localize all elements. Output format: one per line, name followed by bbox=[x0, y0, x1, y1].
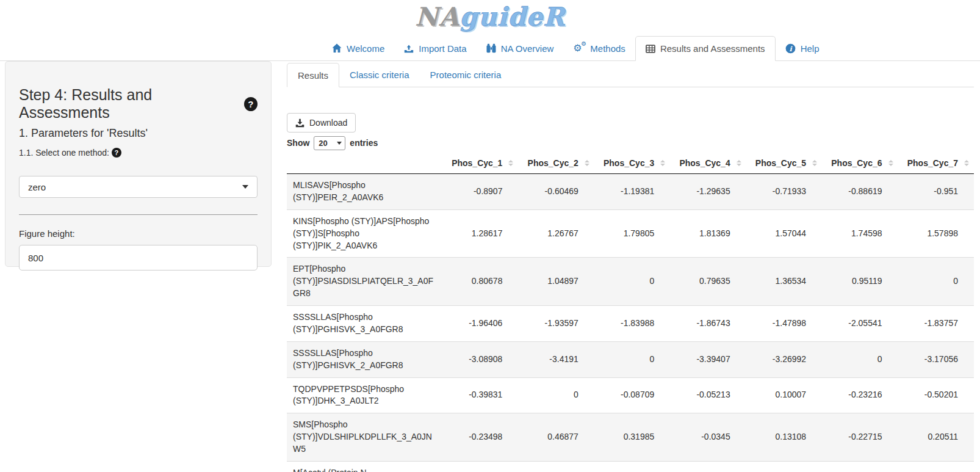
table-row: M[Acetyl (Protein N-term)]NPVYSPGSSGVPY[… bbox=[287, 461, 974, 472]
value-cell: 1.57898 bbox=[898, 209, 974, 258]
nav-item-methods[interactable]: ⚙⚙ Methods bbox=[563, 36, 635, 60]
value-cell: -1.29635 bbox=[670, 174, 746, 210]
results-tabset: Results Classic criteria Proteomic crite… bbox=[287, 63, 974, 87]
column-header[interactable]: Phos_Cyc_2 bbox=[518, 153, 594, 174]
nav-item-label: Methods bbox=[590, 43, 625, 54]
value-cell: 1.26767 bbox=[518, 209, 594, 258]
row-name-cell: TQDPVPPETPSDS[Phospho (STY)]DHK_3_A0JLT2 bbox=[287, 377, 442, 413]
value-cell: -0.50201 bbox=[898, 377, 974, 413]
value-cell: -0.23498 bbox=[442, 413, 518, 462]
nav-item-help[interactable]: i Help bbox=[776, 36, 829, 60]
value-cell: -1.96563 bbox=[746, 461, 822, 472]
value-cell: 1.74598 bbox=[822, 209, 898, 258]
nav-item-results-and-assessments[interactable]: Results and Assessments bbox=[635, 36, 776, 61]
value-cell: -1.87464 bbox=[442, 461, 518, 472]
value-cell: -0.39831 bbox=[442, 377, 518, 413]
row-name-cell: SSSSLLAS[Phospho (STY)]PGHISVK_3_A0FGR8 bbox=[287, 306, 442, 342]
value-cell: -3.08908 bbox=[442, 341, 518, 377]
value-cell: -1.47898 bbox=[746, 306, 822, 342]
figure-height-label: Figure height: bbox=[19, 228, 258, 239]
tab-proteomic-criteria[interactable]: Proteomic criteria bbox=[420, 63, 512, 87]
nav-item-import-data[interactable]: Import Data bbox=[394, 36, 476, 60]
info-icon: i bbox=[785, 43, 796, 54]
sort-icon bbox=[812, 160, 817, 166]
nav-item-na-overview[interactable]: NA Overview bbox=[477, 36, 564, 60]
entries-label: entries bbox=[350, 138, 378, 148]
table-row: MLISAVS[Phospho (STY)]PEIR_2_A0AVK6 -0.8… bbox=[287, 174, 974, 210]
column-header[interactable]: Phos_Cyc_6 bbox=[822, 153, 898, 174]
results-table: Phos_Cyc_1 Phos_Cyc_2 Phos_Cyc_3 Phos_Cy… bbox=[287, 153, 974, 472]
step-title: Step 4: Results and Assessments ? bbox=[19, 86, 258, 122]
value-cell: 0.31985 bbox=[594, 413, 670, 462]
table-row: KINS[Phospho (STY)]APS[Phospho (STY)]S[P… bbox=[287, 209, 974, 258]
column-header[interactable]: Phos_Cyc_1 bbox=[442, 153, 518, 174]
nav-item-label: Help bbox=[801, 43, 820, 54]
row-name-cell: M[Acetyl (Protein N-term)]NPVYSPGSSGVPY[… bbox=[287, 461, 442, 472]
value-cell: 1.81369 bbox=[670, 209, 746, 258]
rowname-column-header[interactable] bbox=[287, 153, 442, 174]
show-label: Show bbox=[287, 138, 309, 148]
sort-icon bbox=[737, 160, 741, 166]
value-cell: 0 bbox=[594, 258, 670, 306]
value-cell: -3.4191 bbox=[518, 341, 594, 377]
value-cell: -1.30774 bbox=[670, 461, 746, 472]
sort-icon bbox=[585, 160, 589, 166]
value-cell: 0.46877 bbox=[518, 413, 594, 462]
sort-icon bbox=[964, 160, 969, 166]
value-cell: -0.0345 bbox=[670, 413, 746, 462]
column-header[interactable]: Phos_Cyc_4 bbox=[670, 153, 746, 174]
value-cell: -1.86743 bbox=[670, 306, 746, 342]
nav-item-label: Import Data bbox=[419, 43, 466, 54]
value-cell: 0.95119 bbox=[822, 258, 898, 306]
column-header[interactable]: Phos_Cyc_7 bbox=[898, 153, 974, 174]
value-cell: 0 bbox=[898, 258, 974, 306]
upload-icon bbox=[404, 43, 414, 53]
tab-results[interactable]: Results bbox=[287, 63, 339, 87]
row-name-cell: EPT[Phospho (STY)]PSIASDISLPIATQELR_3_A0… bbox=[287, 258, 442, 306]
column-header[interactable]: Phos_Cyc_5 bbox=[746, 153, 822, 174]
nav-item-label: Results and Assessments bbox=[660, 43, 765, 54]
value-cell: 1.57044 bbox=[746, 209, 822, 258]
app-logo: NAguideR bbox=[0, 1, 980, 33]
value-cell: -0.88619 bbox=[822, 174, 898, 210]
value-cell: -1.83988 bbox=[594, 306, 670, 342]
sort-icon bbox=[660, 160, 665, 166]
download-button[interactable]: Download bbox=[287, 113, 356, 133]
value-cell: 0 bbox=[594, 341, 670, 377]
value-cell: 0.80678 bbox=[442, 258, 518, 306]
value-cell: -3.39407 bbox=[670, 341, 746, 377]
method-label: 1.1. Select one method: ? bbox=[19, 148, 258, 158]
table-row: SMS[Phospho (STY)]VDLSHIPLKDPLLFK_3_A0JN… bbox=[287, 413, 974, 462]
value-cell: -3.26992 bbox=[746, 341, 822, 377]
help-question-icon[interactable]: ? bbox=[244, 97, 258, 111]
figure-height-input[interactable] bbox=[19, 245, 258, 270]
value-cell: -2.05541 bbox=[822, 306, 898, 342]
value-cell: 0 bbox=[518, 461, 594, 472]
sort-icon bbox=[508, 160, 513, 166]
table-length-control: Show 20 entries bbox=[287, 136, 378, 150]
page-size-select[interactable]: 20 bbox=[314, 136, 345, 150]
method-help-question-icon[interactable]: ? bbox=[112, 148, 121, 158]
value-cell: -0.05213 bbox=[670, 377, 746, 413]
value-cell: -1.93597 bbox=[518, 306, 594, 342]
binoculars-icon bbox=[486, 43, 496, 53]
sort-icon bbox=[888, 160, 893, 166]
nav-item-welcome[interactable]: Welcome bbox=[322, 36, 394, 60]
value-cell: -0.60469 bbox=[518, 174, 594, 210]
value-cell: 0.13108 bbox=[746, 413, 822, 462]
value-cell: 1.28617 bbox=[442, 209, 518, 258]
method-select[interactable]: zero bbox=[19, 176, 258, 198]
table-row: SSSSLLAS[Phospho (STY)]PGHISVK_2_A0FGR8 … bbox=[287, 341, 974, 377]
value-cell: -3.17056 bbox=[898, 341, 974, 377]
value-cell: 0 bbox=[518, 377, 594, 413]
select-arrow-icon bbox=[337, 142, 342, 145]
value-cell: -1.34311 bbox=[898, 461, 974, 472]
table-body: MLISAVS[Phospho (STY)]PEIR_2_A0AVK6 -0.8… bbox=[287, 174, 974, 472]
value-cell: 1.04897 bbox=[518, 258, 594, 306]
table-row: SSSSLLAS[Phospho (STY)]PGHISVK_3_A0FGR8 … bbox=[287, 306, 974, 342]
value-cell: -1.10051 bbox=[822, 461, 898, 472]
column-header[interactable]: Phos_Cyc_3 bbox=[594, 153, 670, 174]
value-cell: 1.79805 bbox=[594, 209, 670, 258]
table-row: TQDPVPPETPSDS[Phospho (STY)]DHK_3_A0JLT2… bbox=[287, 377, 974, 413]
tab-classic-criteria[interactable]: Classic criteria bbox=[339, 63, 420, 87]
